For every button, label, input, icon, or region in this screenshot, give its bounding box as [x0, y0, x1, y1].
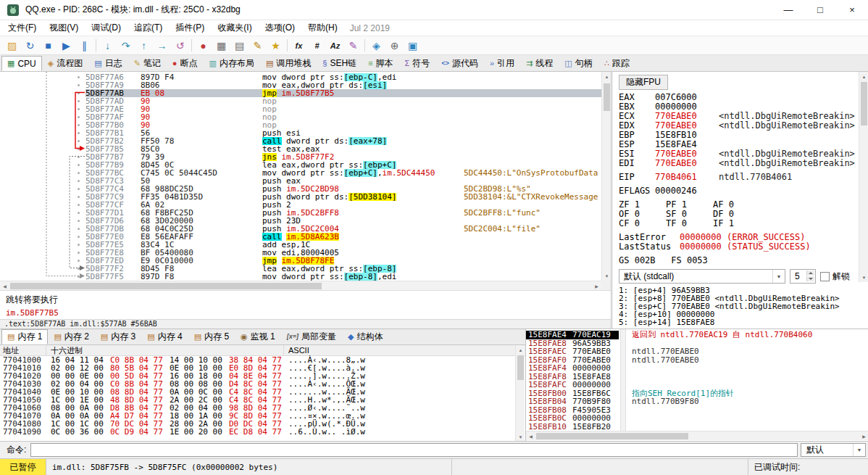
tab-handles[interactable]: ◫句柄	[559, 56, 598, 71]
breakpoint-dot[interactable]	[78, 172, 80, 174]
breakpoint-dot[interactable]	[78, 100, 80, 102]
breakpoint-dot[interactable]	[78, 180, 80, 182]
scroll-down-icon[interactable]: ▼	[602, 271, 611, 281]
dump-row[interactable]: 770410900C 00 36 000C D9 04 771E 00 20 0…	[0, 428, 525, 436]
breakpoint-dot[interactable]	[78, 276, 80, 278]
tab-dump2[interactable]: ▤内存 2	[48, 329, 94, 344]
menu-item-3[interactable]: 调试(D)	[85, 20, 128, 36]
tab-locals[interactable]: [x=]局部变量	[281, 329, 342, 344]
highlight-icon[interactable]: ✎	[344, 38, 362, 54]
stack-row[interactable]: 15E8FB0C00000000	[526, 414, 868, 423]
breakpoint-dot[interactable]	[78, 260, 80, 262]
chevron-down-icon[interactable]: ▼	[853, 444, 865, 456]
tab-symbols[interactable]: Σ符号	[399, 56, 436, 71]
disasm-row[interactable]: 5D8F77F5897D F8mov dword ptr ss:[ebp-8],…	[0, 273, 601, 281]
breakpoint-dot[interactable]	[78, 204, 80, 206]
breakpoint-dot[interactable]	[78, 132, 80, 134]
functions-icon[interactable]: fx	[290, 38, 308, 54]
favourites-icon[interactable]: ★	[267, 38, 285, 54]
breakpoint-dot[interactable]	[78, 164, 80, 166]
breakpoint-dot[interactable]	[78, 228, 80, 230]
graph-icon[interactable]: ◈	[367, 38, 385, 54]
breakpoint-dot[interactable]	[78, 124, 80, 126]
stack-row[interactable]: 15E8FAFC00000000	[526, 381, 868, 389]
breakpoint-dot[interactable]	[78, 268, 80, 270]
step-over-icon[interactable]: ↷	[117, 38, 135, 54]
scrollbar-thumb[interactable]	[536, 433, 688, 439]
tab-struct[interactable]: ◆结构体	[342, 329, 388, 344]
log-icon[interactable]: ▤	[230, 38, 249, 54]
tab-dump3[interactable]: ▤内存 3	[95, 329, 141, 344]
breakpoint-dot[interactable]	[78, 140, 80, 142]
tab-source[interactable]: <>源代码	[435, 56, 484, 71]
breakpoint-dot[interactable]	[78, 84, 80, 86]
menu-item-7[interactable]: 选项(O)	[259, 20, 301, 36]
topmost-icon[interactable]: ▣	[404, 38, 422, 54]
menu-item-2[interactable]: 视图(V)	[43, 20, 85, 36]
stack-pane[interactable]: 15E8FAE4770EAC19返回到 ntdll.770EAC19 自 ntd…	[525, 329, 868, 442]
tab-dump5[interactable]: ▤内存 5	[188, 329, 235, 344]
menu-item-6[interactable]: 收藏夹(I)	[211, 20, 258, 36]
stack-row[interactable]: 15E8FB04770B9F80ntdll.770B9F80	[526, 397, 868, 406]
tab-dump4[interactable]: ▤内存 4	[141, 329, 188, 344]
breakpoint-dot[interactable]	[78, 76, 80, 78]
tab-watch1[interactable]: ◉监视 1	[235, 329, 281, 344]
breakpoint-dot[interactable]	[78, 196, 80, 198]
command-history-select[interactable]: 默认 ▼	[801, 443, 866, 457]
register-row-edi[interactable]: EDI770EABE0<ntdll.DbgUiRemoteBreakin>	[619, 159, 858, 168]
tab-threads[interactable]: ⇉线程	[520, 56, 559, 71]
menu-item-4[interactable]: 追踪(T)	[128, 20, 169, 36]
tab-breakpoints[interactable]: ●断点	[167, 56, 204, 71]
register-row-laststatus[interactable]: LastStatus00000000 (STATUS_SUCCESS)	[619, 242, 858, 252]
scrollbar-thumb[interactable]	[10, 283, 322, 289]
breakpoint-dot[interactable]	[78, 156, 80, 158]
settings-icon[interactable]: ⊕	[385, 38, 404, 54]
breakpoint-dot[interactable]	[78, 252, 80, 254]
register-row-eip[interactable]: EIP770B4061ntdll.770B4061	[619, 173, 858, 182]
stack-comment-divider[interactable]	[620, 329, 626, 431]
numbers-icon[interactable]: #	[308, 38, 326, 54]
stepper-down-icon[interactable]	[806, 276, 814, 281]
tab-log[interactable]: ▤日志	[88, 56, 128, 71]
breakpoint-dot[interactable]	[78, 108, 80, 110]
scroll-down-icon[interactable]: ▼	[859, 273, 868, 282]
minimize-button[interactable]: —	[772, 0, 804, 20]
stop-icon[interactable]: ■	[39, 38, 57, 54]
breakpoints-icon[interactable]: ●	[194, 38, 212, 54]
breakpoint-dot[interactable]	[78, 92, 80, 94]
tab-call-stack[interactable]: ▤调用堆栈	[260, 56, 317, 71]
stack-row[interactable]: 15E8FB1015E8FB20	[526, 423, 868, 431]
scroll-up-icon[interactable]: ▲	[516, 345, 525, 355]
scrollbar-thumb[interactable]	[861, 82, 867, 125]
tab-graph[interactable]: ◈流程图	[42, 56, 88, 71]
run-to-cursor-icon[interactable]: →	[153, 38, 171, 54]
patch-icon[interactable]: ✎	[249, 38, 267, 54]
breakpoint-dot[interactable]	[78, 236, 80, 238]
step-out-icon[interactable]: ↑	[135, 38, 153, 54]
run-icon[interactable]: ▶	[57, 38, 75, 54]
menu-item-1[interactable]: 文件(F)	[1, 20, 43, 36]
animate-icon[interactable]: ↺	[171, 38, 189, 54]
open-file-icon[interactable]: ▨	[3, 38, 21, 54]
argument-count-stepper[interactable]: 5	[790, 269, 816, 284]
scroll-up-icon[interactable]: ▲	[859, 72, 868, 81]
breakpoint-dot[interactable]	[78, 212, 80, 214]
tab-trace[interactable]: ∴跟踪	[598, 56, 635, 71]
dump-vertical-scrollbar[interactable]: ▲ ▼	[515, 345, 525, 442]
tab-dump1[interactable]: ▤内存 1	[1, 329, 48, 344]
disassembly-horizontal-scrollbar[interactable]: ◀ ▶	[0, 281, 601, 290]
scroll-right-icon[interactable]: ▶	[859, 431, 868, 441]
breakpoint-dot[interactable]	[78, 244, 80, 246]
tab-notes[interactable]: ✎笔记	[128, 56, 167, 71]
unlock-checkbox[interactable]	[820, 272, 830, 281]
disassembly-vertical-scrollbar[interactable]: ▲ ▼	[601, 72, 611, 281]
scroll-left-icon[interactable]: ◀	[526, 431, 535, 441]
hide-fpu-button[interactable]: 隐藏FPU	[619, 75, 668, 90]
menu-item-5[interactable]: 插件(P)	[169, 20, 211, 36]
segment-registers[interactable]: GS 002B FS 0053	[619, 256, 858, 265]
chevron-down-icon[interactable]: ▼	[772, 270, 785, 283]
call-arg-row[interactable]: 5: [esp+14] 15E8FAE8	[619, 318, 858, 326]
command-input[interactable]	[30, 443, 798, 457]
scrollbar-thumb[interactable]	[517, 355, 524, 380]
restart-icon[interactable]: ↻	[21, 38, 39, 54]
